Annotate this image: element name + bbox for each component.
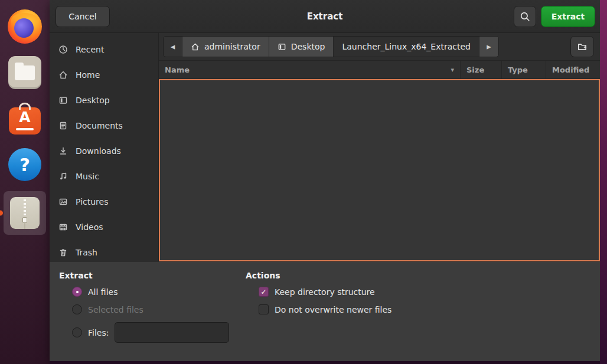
search-button[interactable] (514, 6, 536, 27)
file-list-column-headers: Name ▾ Size Type Modified (159, 61, 600, 79)
sidebar-item-videos[interactable]: Videos (50, 214, 158, 240)
pathbar-scroll-forward-button[interactable]: ▸ (479, 37, 498, 57)
radio-all-files[interactable]: All files (72, 287, 246, 297)
checkbox-do-not-overwrite[interactable]: Do not overwrite newer files (259, 304, 391, 314)
column-header-label: Name (165, 65, 190, 74)
archive-manager-icon (10, 197, 40, 229)
column-header-label: Type (508, 65, 528, 74)
pathbar-segment-administrator[interactable]: administrator (182, 37, 269, 57)
files-pattern-input[interactable] (115, 322, 229, 343)
column-header-type[interactable]: Type (501, 61, 546, 78)
checkbox-icon (259, 304, 269, 314)
files-icon (8, 56, 41, 89)
sidebar-item-downloads[interactable]: Downloads (50, 138, 158, 163)
extract-options-heading: Extract (59, 271, 246, 280)
actions-heading: Actions (246, 271, 391, 280)
sidebar-item-label: Trash (76, 248, 97, 257)
radio-button-icon (72, 304, 82, 314)
dock-item-ubuntu-software[interactable]: A (4, 99, 45, 138)
sidebar-item-documents[interactable]: Documents (50, 113, 158, 138)
radio-label: All files (88, 287, 118, 297)
home-icon (58, 70, 68, 80)
sort-indicator-icon: ▾ (451, 66, 454, 74)
desktop-icon (58, 96, 68, 105)
help-icon: ? (8, 148, 41, 181)
check-mark: ✓ (260, 288, 266, 296)
sidebar-item-recent[interactable]: Recent (50, 37, 158, 62)
home-icon (191, 42, 200, 51)
sidebar-item-home[interactable]: Home (50, 62, 158, 87)
sidebar-item-label: Videos (76, 222, 103, 232)
sidebar-item-music[interactable]: Music (50, 163, 158, 189)
column-header-label: Modified (552, 65, 589, 74)
sidebar-item-label: Desktop (76, 96, 110, 105)
file-browser-main: ◂ administrator Desktop Launcher_Linux_x… (159, 33, 600, 261)
radio-files-pattern[interactable]: Files: (72, 322, 246, 343)
column-header-label: Size (466, 65, 484, 74)
pathbar-scroll-back-button[interactable]: ◂ (164, 37, 182, 57)
extract-confirm-button[interactable]: Extract (541, 6, 595, 27)
pathbar-segment-current-folder[interactable]: Launcher_Linux_x64_Extracted (334, 37, 479, 57)
sidebar-item-desktop[interactable]: Desktop (50, 87, 158, 113)
sidebar-item-label: Recent (76, 45, 104, 54)
downloads-icon (58, 146, 68, 156)
new-folder-icon (577, 41, 588, 52)
sidebar-item-label: Downloads (76, 146, 121, 156)
videos-icon (58, 222, 68, 232)
checkbox-icon: ✓ (259, 287, 269, 297)
running-indicator-dot (0, 211, 3, 216)
search-icon (520, 11, 530, 22)
checkbox-keep-directory-structure[interactable]: ✓ Keep directory structure (259, 287, 391, 297)
radio-label: Files: (88, 328, 109, 337)
extract-dialog-window: Cancel Extract Extract Recent Home Deskt… (50, 0, 600, 361)
pictures-icon (58, 197, 68, 206)
places-sidebar: Recent Home Desktop Documents Downloads … (50, 33, 159, 261)
column-header-name[interactable]: Name ▾ (159, 61, 460, 78)
checkbox-label: Do not overwrite newer files (275, 305, 391, 314)
checkbox-label: Keep directory structure (275, 287, 375, 297)
pathbar: ◂ administrator Desktop Launcher_Linux_x… (159, 33, 600, 61)
column-header-modified[interactable]: Modified (546, 61, 600, 78)
cancel-button[interactable]: Cancel (56, 6, 110, 27)
dock-item-help[interactable]: ? (4, 145, 45, 184)
music-icon (58, 172, 68, 181)
firefox-icon (8, 9, 42, 44)
documents-icon (58, 121, 68, 130)
pathbar-segment-desktop[interactable]: Desktop (269, 37, 334, 57)
pathbar-segment-label: Desktop (291, 42, 325, 51)
sidebar-item-label: Home (76, 70, 100, 80)
trash-icon (58, 248, 68, 257)
desktop-icon (278, 42, 286, 51)
pathbar-segment-label: Launcher_Linux_x64_Extracted (342, 42, 471, 51)
extract-options-panel: Extract All files Selected files Files: … (50, 261, 600, 361)
radio-button-icon (72, 327, 82, 337)
file-list-area[interactable] (159, 79, 600, 261)
sidebar-item-label: Music (76, 172, 99, 181)
radio-label: Selected files (88, 305, 143, 314)
dock: A ? (0, 0, 50, 364)
sidebar-item-label: Pictures (76, 197, 108, 206)
sidebar-item-label: Documents (76, 121, 123, 130)
dock-item-firefox[interactable] (4, 7, 45, 46)
ubuntu-software-icon: A (9, 107, 41, 135)
column-header-size[interactable]: Size (460, 61, 501, 78)
radio-selected-files: Selected files (72, 304, 246, 314)
sidebar-item-pictures[interactable]: Pictures (50, 189, 158, 214)
new-folder-button[interactable] (570, 36, 594, 57)
dock-item-files[interactable] (4, 53, 45, 92)
dock-item-archive-manager[interactable] (4, 191, 46, 235)
pathbar-segment-label: administrator (204, 42, 260, 51)
recent-icon (58, 45, 68, 54)
desktop-wallpaper-edge (600, 0, 607, 364)
radio-button-icon (72, 287, 82, 297)
desktop-wallpaper-bottom-edge (50, 361, 600, 364)
headerbar: Cancel Extract Extract (50, 0, 600, 33)
